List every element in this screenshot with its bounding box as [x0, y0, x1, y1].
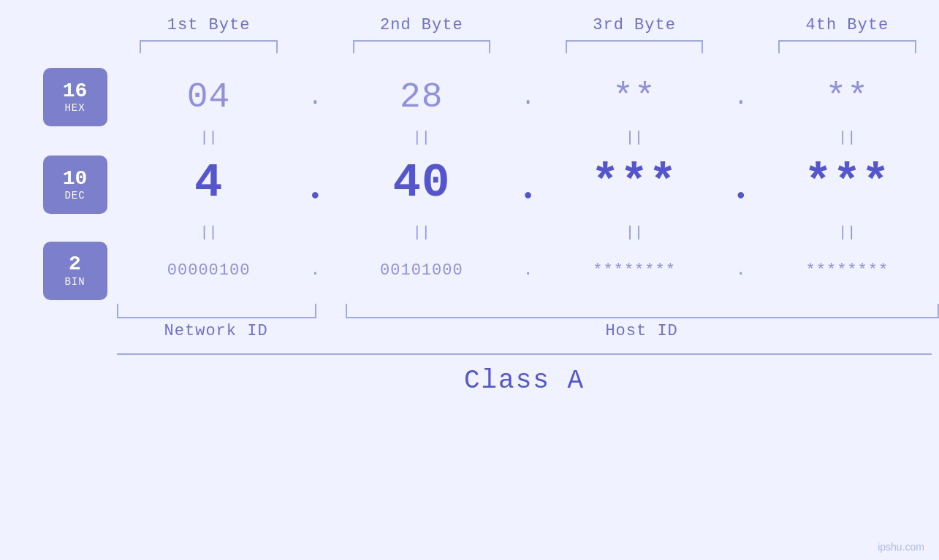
hb-inner3: [760, 304, 938, 317]
byte-headers: 1st Byte 2nd Byte 3rd Byte 4th Byte: [117, 16, 939, 34]
bin-cell4: ********: [756, 261, 939, 280]
eq1-cells: || || || ||: [117, 129, 939, 146]
hb-sep2: [731, 304, 760, 317]
hex-badge-label: HEX: [64, 102, 85, 114]
dec-row: 10 DEC 4 ● 40 ● *** ● ***: [0, 152, 939, 218]
bin-badge-number: 2: [69, 253, 81, 276]
eq2-cell1: ||: [117, 224, 300, 241]
bin-badge-label: BIN: [64, 276, 85, 288]
byte1-header: 1st Byte: [117, 16, 300, 34]
hex-cell2: 28: [330, 77, 513, 117]
byte2-header: 2nd Byte: [330, 16, 513, 34]
hex-badge-area: 16 HEX: [0, 68, 117, 126]
hex-dot3: .: [726, 84, 756, 111]
eq1-cell2: ||: [330, 129, 513, 146]
byte3-header: 3rd Byte: [543, 16, 726, 34]
bin-badge-area: 2 BIN: [0, 242, 117, 300]
bracket-cell2: [330, 40, 513, 53]
eq2-cells: || || || ||: [117, 224, 939, 241]
hex-dot1: .: [300, 84, 330, 111]
hex-cell1: 04: [117, 77, 300, 117]
class-section: Class A: [0, 353, 939, 396]
network-id-label: Network ID: [117, 322, 315, 340]
byte4-header: 4th Byte: [756, 16, 939, 34]
bin-cell1: 00000100: [117, 261, 300, 280]
watermark: ipshu.com: [878, 541, 924, 553]
hb-inner1: [347, 304, 525, 317]
dec-dot3: ●: [726, 187, 756, 210]
bin-row: 2 BIN 00000100 . 00101000 . ******** .: [0, 247, 939, 294]
id-labels-row: Network ID Host ID: [117, 322, 939, 340]
dec-badge-number: 10: [63, 168, 88, 191]
hex-row: 16 HEX 04 . 28 . ** . **: [0, 72, 939, 123]
hex-cell3: **: [543, 77, 726, 117]
bin-badge: 2 BIN: [43, 242, 107, 300]
eq1-cell4: ||: [756, 129, 939, 146]
main-container: 1st Byte 2nd Byte 3rd Byte 4th Byte: [0, 0, 939, 560]
byte-headers-row: 1st Byte 2nd Byte 3rd Byte 4th Byte: [0, 16, 939, 34]
hex-badge: 16 HEX: [43, 68, 107, 126]
equals-row-2: || || || ||: [0, 218, 939, 247]
dec-cells: 4 ● 40 ● *** ● ***: [117, 157, 939, 213]
eq2-cell2: ||: [330, 224, 513, 241]
bracket-cell1: [117, 40, 300, 53]
hex-dot2: .: [514, 84, 543, 111]
class-divider-line: [117, 353, 932, 355]
dec-dot2: ●: [514, 187, 543, 210]
hb-sep1: [525, 304, 554, 317]
bin-dot1: .: [300, 261, 330, 280]
top-brackets: [117, 40, 939, 53]
bracket-cell4: [756, 40, 939, 53]
eq1-cell3: ||: [543, 129, 726, 146]
dec-dot1: ●: [300, 187, 330, 210]
bin-dot2: .: [514, 261, 543, 280]
dec-badge-area: 10 DEC: [0, 156, 117, 214]
dec-badge: 10 DEC: [43, 156, 107, 214]
host-bottom-bracket: [346, 304, 939, 318]
eq2-cell4: ||: [756, 224, 939, 241]
bottom-brackets: [117, 300, 939, 318]
class-label: Class A: [117, 366, 932, 396]
equals-row-1: || || || ||: [0, 123, 939, 152]
bin-cells: 00000100 . 00101000 . ******** . *******…: [117, 261, 939, 280]
hex-badge-number: 16: [63, 80, 88, 103]
bracket-cell3: [543, 40, 726, 53]
dec-cell2: 40: [330, 157, 513, 210]
bin-dot3: .: [726, 261, 756, 280]
labels-sep: [315, 322, 344, 340]
dec-cell4: ***: [756, 157, 939, 210]
eq2-cell3: ||: [543, 224, 726, 241]
bottom-bracket-section: Network ID Host ID: [0, 300, 939, 340]
dec-cell3: ***: [543, 157, 726, 210]
top-brackets-row: [0, 40, 939, 53]
bin-cell2: 00101000: [330, 261, 513, 280]
hex-cell4: **: [756, 77, 939, 117]
dec-cell1: 4: [117, 157, 300, 210]
hex-cells: 04 . 28 . ** . **: [117, 77, 939, 117]
bin-cell3: ********: [543, 261, 726, 280]
dec-badge-label: DEC: [64, 190, 85, 202]
eq1-cell1: ||: [117, 129, 300, 146]
host-id-label: Host ID: [344, 322, 939, 340]
network-bottom-bracket: [117, 304, 316, 318]
hb-inner2: [554, 304, 731, 317]
